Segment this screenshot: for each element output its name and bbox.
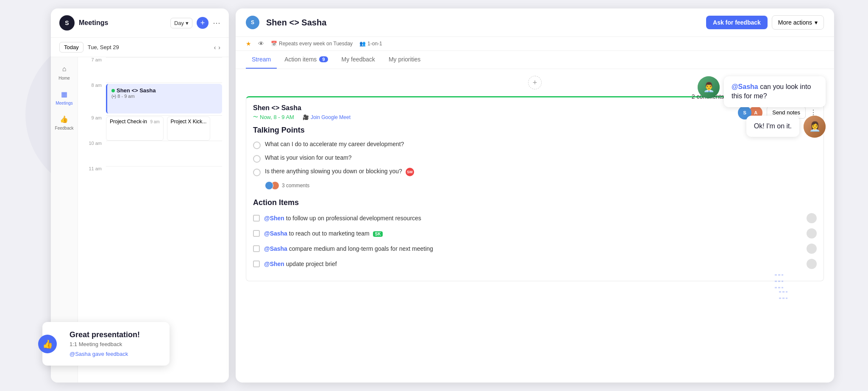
time-slot-9am: 9 am Project Check-in 9 am Project X Kic…: [85, 115, 222, 141]
star-icon[interactable]: ★: [246, 40, 251, 47]
comment-avatars: [265, 181, 279, 190]
action-items-section: Action Items @Shen to follow up on profe…: [253, 198, 817, 269]
chat-bubble-2-wrapper: 👩‍💼 Ok! I'm on it.: [698, 116, 826, 138]
more-actions-label: More actions: [778, 19, 812, 26]
radio-3[interactable]: [253, 169, 261, 176]
event-checkin-title: Project Check-in: [110, 119, 147, 125]
action-item-2-text: @Sasha to reach out to marketing team SK: [264, 230, 802, 237]
talking-point-3-text: Is there anything slowing you down or bl…: [265, 168, 817, 176]
chevron-down-icon: ▾: [186, 20, 189, 26]
meetings-subheader: Today Tue, Sept 29 ‹ ›: [51, 38, 229, 57]
sidebar-item-home[interactable]: ⌂ Home: [58, 64, 70, 80]
tab-stream[interactable]: Stream: [246, 51, 277, 69]
tabs-bar: Stream Action items 9 My feedback My pri…: [236, 51, 834, 69]
meta-repeats: 📅 Repeats every week on Tuesday: [271, 41, 353, 47]
chat-bubble-2: Ok! I'm on it.: [746, 116, 799, 137]
chat-bubble-1: @Sasha can you look into this for me?: [724, 76, 826, 107]
sm-badge: SM: [406, 168, 414, 176]
meta-repeats-text: Repeats every week on Tuesday: [279, 41, 353, 47]
sidebar-item-meetings[interactable]: ▦ Meetings: [56, 89, 73, 105]
live-wave-icon: 〜: [253, 114, 258, 121]
talking-point-1-text: What can I do to accelerate my career de…: [265, 141, 817, 147]
eye-icon[interactable]: 👁: [258, 40, 264, 47]
action-items-title: Action Items: [253, 198, 817, 207]
tab-action-items[interactable]: Action items 9: [278, 51, 334, 69]
sidebar-item-feedback[interactable]: 👍 Feedback: [55, 114, 74, 130]
home-label: Home: [58, 76, 70, 80]
meetings-icon: ▦: [59, 89, 69, 99]
action-item-4: @Shen update project brief: [253, 259, 817, 269]
thumbs-up-icon: 👍: [59, 114, 69, 124]
assignee-avatar-2: [807, 228, 817, 238]
talking-point-2: What is your vision for our team?: [253, 154, 817, 163]
checkbox-2[interactable]: [253, 230, 260, 237]
meeting-card-title: Shen <> Sasha: [253, 104, 351, 112]
action-item-3: @Sasha compare medium and long-term goal…: [253, 244, 817, 254]
time-label-10am: 10 am: [85, 141, 102, 166]
event-project-kick[interactable]: Project X Kick...: [167, 116, 211, 141]
prev-arrow[interactable]: ‹: [214, 44, 216, 51]
checkbox-3[interactable]: [253, 245, 260, 252]
event-kick-title: Project X Kick...: [171, 119, 207, 125]
radio-1[interactable]: [253, 141, 261, 149]
time-label-7am: 7 am: [85, 57, 102, 83]
chevron-down-icon: ▾: [815, 19, 818, 26]
more-actions-button[interactable]: More actions ▾: [772, 15, 824, 30]
thumbs-up-icon-large: 👍: [38, 335, 57, 353]
add-item-button[interactable]: +: [528, 76, 542, 89]
bubble-2-text: Ok! I'm on it.: [754, 122, 792, 130]
assignee-avatar-1: [807, 213, 817, 223]
time-line-9am: Project Check-in 9 am Project X Kick...: [106, 115, 222, 141]
event-project-checkin[interactable]: Project Check-in 9 am: [106, 116, 164, 141]
radio-2[interactable]: [253, 155, 261, 163]
people-icon: 👥: [359, 41, 366, 47]
comments-count: 3 comments: [282, 183, 309, 189]
time-slot-11am: 11 am: [85, 166, 222, 191]
main-panel: S Shen <> Sasha Ask for feedback More ac…: [236, 8, 834, 383]
tab-action-items-label: Action items: [284, 56, 317, 63]
comment-avatar-1: [265, 181, 273, 190]
checkbox-1[interactable]: [253, 215, 260, 222]
talking-point-3: Is there anything slowing you down or bl…: [253, 168, 817, 176]
meetings-more-icon[interactable]: ⋯: [213, 18, 220, 28]
calendar-icon: 📅: [271, 41, 277, 47]
avatar-person-curly: 👩‍💼: [804, 116, 826, 138]
tab-stream-label: Stream: [252, 56, 271, 63]
feedback-card-title: Great presentation!: [70, 330, 159, 339]
meeting-card-time: 〜 Now, 8 - 9 AM: [253, 114, 294, 121]
time-label-9am: 9 am: [85, 115, 102, 141]
time-line-11am: [106, 166, 222, 191]
day-selector[interactable]: Day ▾: [170, 18, 192, 28]
today-button[interactable]: Today: [59, 42, 83, 53]
mention-shen-1: @Shen: [264, 215, 284, 222]
avatar-shen: S: [246, 16, 259, 29]
meeting-avatars: S: [246, 16, 259, 29]
google-icon: 🎥: [303, 114, 309, 120]
event-checkin-time: 9 am: [150, 119, 159, 124]
bubble-1-mention: @Sasha: [732, 83, 758, 90]
mention-sasha-1: @Sasha: [264, 230, 287, 237]
meeting-meta: ★ 👁 📅 Repeats every week on Tuesday 👥 1-…: [236, 37, 834, 51]
action-item-4-text: @Shen update project brief: [264, 261, 802, 267]
tab-my-feedback[interactable]: My feedback: [336, 51, 381, 69]
time-line-8am: Shen <> Sasha (•) 8 - 9 am: [106, 83, 222, 115]
chat-bubbles: 👨‍💼 @Sasha can you look into this for me…: [698, 76, 826, 138]
comments-row: 3 comments: [265, 181, 817, 190]
meeting-card-left: Shen <> Sasha 〜 Now, 8 - 9 AM 🎥 Join Goo…: [253, 104, 351, 121]
tab-my-priorities[interactable]: My priorities: [383, 51, 426, 69]
nav-arrows: ‹ ›: [214, 44, 220, 51]
ask-feedback-button[interactable]: Ask for feedback: [706, 16, 768, 29]
next-arrow[interactable]: ›: [218, 44, 220, 51]
sk-badge: SK: [373, 231, 383, 237]
add-event-button[interactable]: +: [197, 17, 209, 29]
app-logo: S: [59, 15, 75, 31]
feedback-label: Feedback: [55, 126, 74, 130]
main-meeting-title: Shen <> Sasha: [266, 18, 701, 28]
checkbox-4[interactable]: [253, 261, 260, 267]
event-shen-sasha-time: (•) 8 - 9 am: [111, 94, 218, 99]
event-shen-sasha[interactable]: Shen <> Sasha (•) 8 - 9 am: [106, 84, 222, 114]
action-item-3-text: @Sasha compare medium and long-term goal…: [264, 245, 802, 252]
join-google-meet-button[interactable]: 🎥 Join Google Meet: [303, 114, 351, 120]
home-icon: ⌂: [59, 64, 70, 74]
feedback-card: 👍 Great presentation! 1:1 Meeting feedba…: [42, 322, 170, 366]
